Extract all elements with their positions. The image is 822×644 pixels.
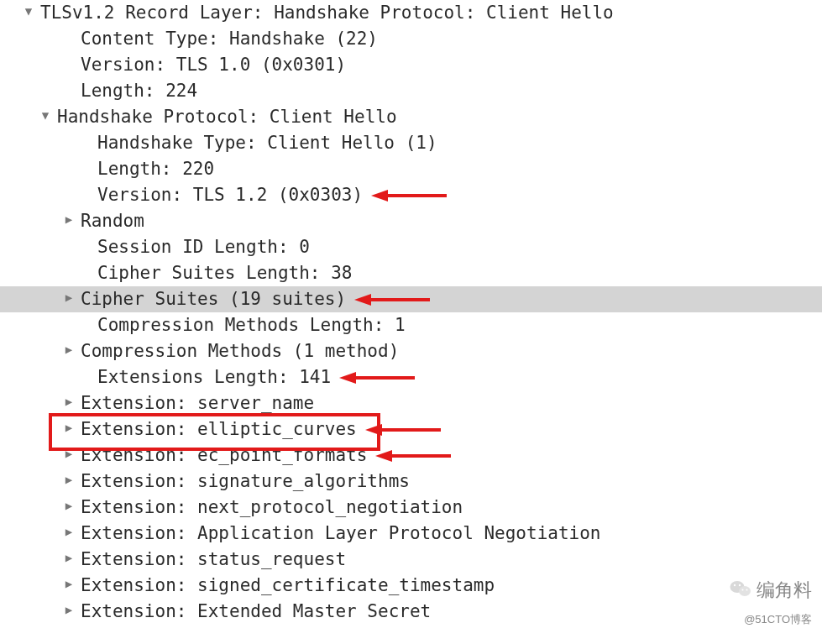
tree-row-ext-status[interactable]: Extension: status_request	[0, 547, 822, 573]
tree-row-label: Extension: ec_point_formats	[81, 442, 367, 469]
tree-row-label: Extension: signature_algorithms	[81, 469, 410, 495]
tree-row-label: Extensions Length: 141	[97, 364, 331, 390]
tree-row-label: Extension: Application Layer Protocol Ne…	[81, 521, 601, 547]
annotation-arrow-icon	[354, 291, 430, 308]
expand-toggle-closed-icon[interactable]	[60, 389, 77, 415]
expand-toggle-closed-icon[interactable]	[60, 285, 77, 311]
annotation-arrow-icon	[365, 421, 441, 438]
tree-row-cm-len[interactable]: Compression Methods Length: 1	[0, 312, 822, 338]
tree-row-ext-ecpf[interactable]: Extension: ec_point_formats	[0, 442, 822, 469]
tree-row-label: Length: 224	[81, 78, 197, 104]
tree-row-label: Cipher Suites Length: 38	[97, 260, 352, 286]
tree-row-hs-length[interactable]: Length: 220	[0, 156, 822, 182]
tree-row-content-type[interactable]: Content Type: Handshake (22)	[0, 26, 822, 52]
tree-row-label: Handshake Type: Client Hello (1)	[97, 130, 437, 156]
tree-row-rec-length[interactable]: Length: 224	[0, 78, 822, 104]
tree-row-label: Extension: server_name	[81, 390, 314, 416]
tree-row-ext-alpn[interactable]: Extension: Application Layer Protocol Ne…	[0, 521, 822, 547]
packet-details-tree: TLSv1.2 Record Layer: Handshake Protocol…	[0, 0, 822, 625]
tree-row-ext-ec[interactable]: Extension: elliptic_curves	[0, 416, 822, 442]
annotation-arrow-icon	[339, 369, 415, 386]
expand-toggle-closed-icon[interactable]	[60, 493, 77, 519]
tree-row-ext-ems[interactable]: Extension: Extended Master Secret	[0, 599, 822, 625]
svg-marker-7	[365, 424, 382, 436]
expand-toggle-closed-icon[interactable]	[60, 519, 77, 545]
tree-row-ext-sct[interactable]: Extension: signed_certificate_timestamp	[0, 573, 822, 599]
tree-row-label: Random	[81, 208, 144, 234]
tree-row-cs[interactable]: Cipher Suites (19 suites)	[0, 286, 822, 312]
expand-toggle-closed-icon[interactable]	[60, 207, 77, 233]
tree-row-label: Content Type: Handshake (22)	[81, 26, 378, 52]
tree-row-ext-sig[interactable]: Extension: signature_algorithms	[0, 469, 822, 495]
tree-row-label: TLSv1.2 Record Layer: Handshake Protocol…	[40, 0, 614, 26]
tree-row-cs-len[interactable]: Cipher Suites Length: 38	[0, 260, 822, 286]
expand-toggle-closed-icon[interactable]	[60, 571, 77, 597]
tree-row-hs-proto[interactable]: Handshake Protocol: Client Hello	[0, 104, 822, 130]
expand-toggle-open-icon[interactable]	[20, 0, 37, 24]
tree-row-label: Session ID Length: 0	[97, 234, 310, 260]
expand-toggle-closed-icon[interactable]	[60, 441, 77, 467]
expand-toggle-closed-icon[interactable]	[60, 337, 77, 363]
tree-row-ext-len[interactable]: Extensions Length: 141	[0, 364, 822, 390]
tree-row-label: Extension: status_request	[81, 547, 346, 573]
tree-row-label: Handshake Protocol: Client Hello	[57, 104, 397, 130]
tree-row-sid-len[interactable]: Session ID Length: 0	[0, 234, 822, 260]
tree-row-label: Extension: elliptic_curves	[81, 416, 357, 442]
svg-marker-3	[354, 294, 371, 306]
tree-row-label: Extension: Extended Master Secret	[81, 599, 431, 625]
tree-row-label: Cipher Suites (19 suites)	[81, 286, 346, 312]
expand-toggle-closed-icon[interactable]	[60, 545, 77, 571]
tree-row-ext-npn[interactable]: Extension: next_protocol_negotiation	[0, 495, 822, 521]
tree-row-rec-version[interactable]: Version: TLS 1.0 (0x0301)	[0, 52, 822, 78]
expand-toggle-closed-icon[interactable]	[60, 597, 77, 623]
svg-marker-5	[339, 372, 356, 384]
tree-row-label: Extension: next_protocol_negotiation	[81, 495, 463, 521]
tree-row-ext-sni[interactable]: Extension: server_name	[0, 390, 822, 416]
svg-marker-9	[375, 450, 392, 462]
expand-toggle-open-icon[interactable]	[37, 102, 54, 128]
tree-row-rec-layer[interactable]: TLSv1.2 Record Layer: Handshake Protocol…	[0, 0, 822, 26]
svg-marker-1	[371, 190, 388, 202]
expand-toggle-closed-icon[interactable]	[60, 415, 77, 441]
tree-row-label: Length: 220	[97, 156, 214, 182]
tree-row-cm[interactable]: Compression Methods (1 method)	[0, 338, 822, 364]
tree-row-label: Compression Methods (1 method)	[81, 338, 399, 364]
tree-row-label: Compression Methods Length: 1	[97, 312, 406, 338]
tree-row-hs-type[interactable]: Handshake Type: Client Hello (1)	[0, 130, 822, 156]
tree-row-label: Version: TLS 1.2 (0x0303)	[97, 182, 363, 208]
annotation-arrow-icon	[375, 448, 451, 464]
tree-row-label: Extension: signed_certificate_timestamp	[81, 573, 495, 599]
tree-row-label: Version: TLS 1.0 (0x0301)	[81, 52, 346, 78]
annotation-arrow-icon	[371, 187, 447, 204]
tree-row-hs-version[interactable]: Version: TLS 1.2 (0x0303)	[0, 182, 822, 208]
tree-row-random[interactable]: Random	[0, 208, 822, 234]
expand-toggle-closed-icon[interactable]	[60, 467, 77, 493]
